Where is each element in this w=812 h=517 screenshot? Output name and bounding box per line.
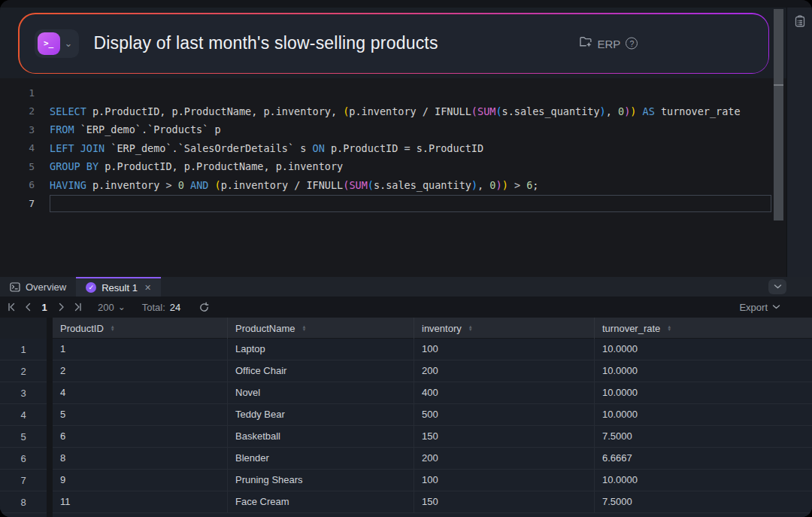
clipboard-icon[interactable] (794, 15, 806, 277)
table-cell[interactable]: 200 (414, 448, 594, 469)
table-row[interactable]: 22Office Chair20010.0000 (0, 360, 812, 382)
sort-icon[interactable]: ▲▼ (111, 325, 115, 332)
datasource-label: ERP (598, 37, 621, 50)
results-tabbar: Overview ✓ Result 1 ✕ (0, 277, 812, 297)
code-text[interactable]: HAVING p.inventory > 0 AND (p.inventory … (50, 179, 538, 191)
table-cell[interactable]: 11 (53, 491, 227, 512)
table-cell[interactable]: 1 (53, 339, 227, 360)
table-cell[interactable]: Basketball (227, 426, 414, 447)
code-token: ) (502, 179, 508, 191)
code-token (208, 179, 214, 191)
help-circle-icon[interactable]: ? (626, 38, 638, 50)
table-row[interactable]: 56Basketball1507.5000 (0, 426, 812, 448)
row-number: 3 (0, 382, 47, 403)
app-window: >_ ⌄ Display of last month's slow-sellin… (0, 0, 812, 517)
table-cell[interactable]: 6.6667 (594, 448, 812, 469)
table-cell[interactable]: 2 (53, 360, 227, 382)
table-cell[interactable]: 500 (414, 404, 594, 425)
code-token: SUM (477, 105, 495, 117)
code-token (520, 179, 526, 191)
code-line-7[interactable]: 7 (0, 194, 786, 213)
code-text[interactable]: SELECT p.ProductID, p.ProductName, p.inv… (50, 105, 741, 117)
export-button[interactable]: Export (739, 302, 780, 313)
table-row[interactable]: 34Novel40010.0000 (0, 382, 812, 404)
column-header-ProductName[interactable]: ProductName▲▼ (227, 318, 414, 339)
line-number: 7 (0, 198, 50, 209)
prompt-title[interactable]: Display of last month's slow-selling pro… (93, 33, 438, 53)
code-text[interactable]: LEFT JOIN `ERP_demo`.`SalesOrderDetails`… (50, 142, 483, 154)
code-token: SUM (349, 179, 367, 191)
table-cell[interactable]: 7.5000 (594, 426, 812, 447)
column-header-ProductID[interactable]: ProductID▲▼ (53, 318, 227, 339)
table-row[interactable]: 79Pruning Shears10010.0000 (0, 470, 812, 491)
collapse-panel-button[interactable] (768, 279, 786, 294)
table-cell[interactable]: 10.0000 (594, 382, 812, 403)
code-token: ( (215, 179, 221, 191)
table-cell[interactable]: 10.0000 (594, 360, 812, 382)
table-row[interactable]: 45Teddy Bear50010.0000 (0, 404, 812, 426)
table-cell[interactable]: Laptop (227, 339, 414, 360)
table-cell[interactable]: 8 (53, 448, 227, 469)
table-cell[interactable]: 10.0000 (594, 404, 812, 425)
editor-scrollbar[interactable] (774, 9, 783, 220)
table-cell[interactable]: 9 (53, 470, 227, 491)
table-cell[interactable]: 150 (414, 491, 594, 512)
sort-icon[interactable]: ▲▼ (301, 325, 306, 332)
table-cell[interactable]: 200 (414, 360, 594, 382)
table-cell[interactable]: Blender (227, 448, 414, 469)
datasource-context[interactable]: ERP ? (579, 35, 638, 51)
code-line-2[interactable]: 2SELECT p.ProductID, p.ProductName, p.in… (0, 102, 786, 121)
prev-page-button[interactable] (20, 299, 36, 315)
sort-icon[interactable]: ▲▼ (468, 325, 473, 332)
code-text[interactable]: GROUP BY p.ProductID, p.ProductName, p.i… (50, 160, 343, 172)
close-icon[interactable]: ✕ (144, 283, 151, 293)
table-cell[interactable]: 150 (414, 426, 594, 447)
table-cell[interactable]: 100 (414, 339, 594, 360)
table-cell[interactable]: 10.0000 (594, 470, 812, 491)
code-text[interactable]: FROM `ERP_demo`.`Products` p (50, 123, 221, 135)
table-cell[interactable]: Face Cream (227, 491, 414, 512)
row-number: 6 (0, 448, 47, 469)
code-token: p.inventory / IFNULL (349, 105, 471, 117)
refresh-button[interactable] (198, 302, 210, 313)
column-label: ProductName (235, 323, 295, 334)
table-cell[interactable]: 5 (53, 404, 227, 425)
table-cell[interactable]: 100 (414, 470, 594, 491)
column-header-inventory[interactable]: inventory▲▼ (414, 318, 594, 339)
column-header-turnover_rate[interactable]: turnover_rate▲▼ (594, 318, 812, 339)
code-line-1[interactable]: 1 (0, 84, 786, 102)
table-cell[interactable]: Novel (227, 382, 414, 403)
code-line-4[interactable]: 4LEFT JOIN `ERP_demo`.`SalesOrderDetails… (0, 139, 786, 158)
table-row[interactable]: 68Blender2006.6667 (0, 448, 812, 470)
tab-result-1-label: Result 1 (102, 282, 138, 293)
next-page-button[interactable] (53, 299, 69, 315)
table-cell[interactable]: Pruning Shears (227, 470, 414, 491)
page-size-select[interactable]: 200 ⌄ (98, 302, 126, 313)
table-row[interactable]: 11Laptop10010.0000 (0, 339, 812, 360)
code-token: s.sales_quantity (374, 179, 471, 191)
code-line-5[interactable]: 5GROUP BY p.ProductID, p.ProductName, p.… (0, 157, 786, 176)
code-line-6[interactable]: 6HAVING p.inventory > 0 AND (p.inventory… (0, 176, 786, 195)
last-page-button[interactable] (69, 299, 86, 315)
table-cell[interactable]: Teddy Bear (227, 404, 414, 425)
sort-icon[interactable]: ▲▼ (667, 325, 671, 332)
table-header: ProductID▲▼ProductName▲▼inventory▲▼turno… (0, 318, 812, 339)
sql-editor[interactable]: 12SELECT p.ProductID, p.ProductName, p.i… (0, 78, 786, 277)
code-token (172, 179, 178, 191)
ai-terminal-icon: >_ (38, 32, 60, 55)
table-cell[interactable]: 10.0000 (594, 339, 812, 360)
table-row[interactable]: 811Face Cream1507.5000 (0, 491, 812, 513)
tab-overview[interactable]: Overview (0, 277, 76, 297)
table-cell[interactable]: 7.5000 (594, 491, 812, 512)
first-page-button[interactable] (3, 299, 20, 315)
code-token: ; (532, 179, 538, 191)
code-line-3[interactable]: 3FROM `ERP_demo`.`Products` p (0, 120, 786, 139)
tab-result-1[interactable]: ✓ Result 1 ✕ (76, 277, 161, 297)
success-check-icon: ✓ (86, 282, 96, 293)
table-cell[interactable]: 6 (53, 426, 227, 447)
table-cell[interactable]: 400 (414, 382, 594, 403)
table-cell[interactable]: 4 (53, 382, 227, 403)
ai-model-selector[interactable]: >_ ⌄ (35, 29, 80, 58)
code-text[interactable] (50, 195, 771, 212)
table-cell[interactable]: Office Chair (227, 360, 414, 382)
